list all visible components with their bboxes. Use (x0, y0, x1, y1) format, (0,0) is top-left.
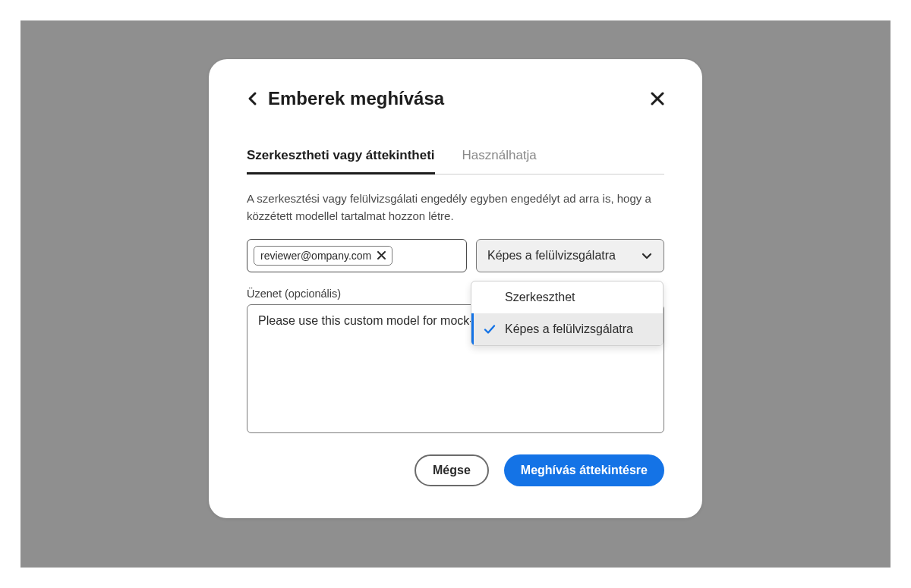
invite-button[interactable]: Meghívás áttekintésre (504, 454, 664, 486)
permission-dropdown: Szerkeszthet Képes a felülvizsgálatra (471, 281, 664, 346)
permission-option-can-edit[interactable]: Szerkeszthet (471, 281, 663, 313)
permission-option-can-review[interactable]: Képes a felülvizsgálatra (471, 313, 663, 345)
helper-text: A szerkesztési vagy felülvizsgálati enge… (247, 190, 664, 225)
header-left: Emberek meghívása (247, 88, 444, 109)
permission-select[interactable]: Képes a felülvizsgálatra Szerkeszthet (476, 239, 664, 272)
permission-select-value: Képes a felülvizsgálatra (487, 249, 616, 263)
invite-modal: Emberek meghívása Szerkesztheti vagy átt… (209, 59, 702, 518)
permission-option-label: Szerkeszthet (505, 291, 575, 304)
close-icon[interactable] (651, 92, 664, 105)
invite-row: reviewer@ompany.com Képes a felülvizsgál… (247, 239, 664, 272)
chevron-down-icon (641, 250, 653, 262)
remove-chip-icon[interactable] (377, 251, 386, 259)
invitee-chip-email: reviewer@ompany.com (260, 250, 371, 262)
tabs: Szerkesztheti vagy áttekintheti Használh… (247, 147, 664, 175)
invitee-chip: reviewer@ompany.com (254, 246, 392, 266)
modal-footer: Mégse Meghívás áttekintésre (247, 454, 664, 486)
back-icon[interactable] (247, 91, 259, 106)
tab-can-use[interactable]: Használhatja (462, 148, 537, 175)
tab-edit-or-review[interactable]: Szerkesztheti vagy áttekintheti (247, 148, 435, 175)
check-icon (484, 323, 505, 335)
app-frame: Emberek meghívása Szerkesztheti vagy átt… (0, 0, 911, 588)
permission-option-label: Képes a felülvizsgálatra (505, 322, 633, 336)
backdrop: Emberek meghívása Szerkesztheti vagy átt… (20, 20, 891, 568)
cancel-button[interactable]: Mégse (415, 454, 489, 486)
modal-title: Emberek meghívása (268, 88, 444, 109)
invitee-email-field[interactable]: reviewer@ompany.com (247, 239, 467, 272)
modal-header: Emberek meghívása (247, 88, 664, 109)
